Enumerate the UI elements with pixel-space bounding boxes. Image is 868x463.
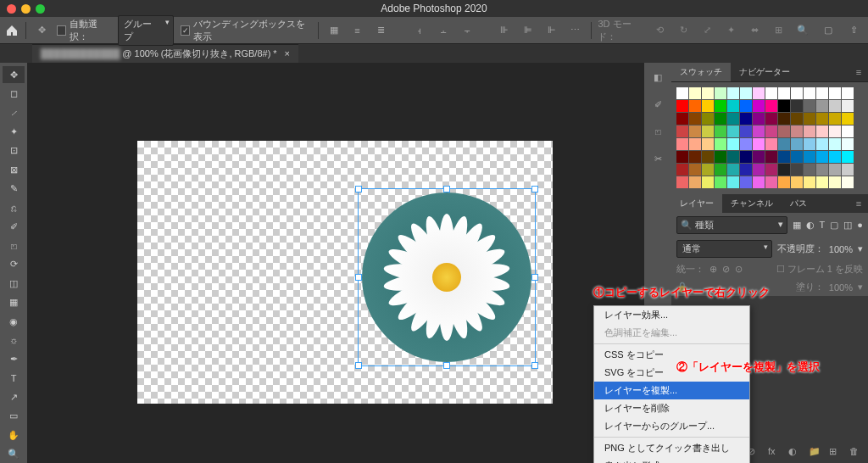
swatch[interactable] [765,138,777,150]
swatch[interactable] [689,87,701,99]
swatch[interactable] [676,126,688,137]
eyedropper-tool-icon[interactable]: ✎ [3,180,25,197]
chevron-down-icon[interactable]: ▾ [858,282,863,293]
swatch[interactable] [715,87,726,99]
opacity-value[interactable]: 100% [829,244,853,254]
layer-filter-dropdown[interactable]: 🔍 種類 ▾ [676,216,787,234]
swatch[interactable] [842,87,854,99]
swatch[interactable] [791,151,803,163]
swatch[interactable] [829,138,841,150]
canvas-area[interactable] [27,63,644,463]
swatch[interactable] [715,164,726,176]
swatch[interactable] [702,151,714,163]
frame-tool-icon[interactable]: ⊠ [3,161,25,178]
swatch[interactable] [689,151,701,163]
swatch[interactable] [727,138,739,150]
new-layer-icon[interactable]: ⊞ [829,446,841,458]
layers-tab[interactable]: レイヤー [671,194,722,213]
swatch[interactable] [778,138,790,150]
scissors-icon[interactable]: ✂ [648,149,667,168]
navigator-tab[interactable]: ナビゲーター [731,63,798,81]
mask-icon[interactable]: ◐ [788,446,800,458]
swatch[interactable] [740,113,752,125]
swatch[interactable] [765,100,777,112]
swatch[interactable] [676,176,688,188]
swatch[interactable] [727,164,739,176]
swatch[interactable] [715,151,726,163]
swatch[interactable] [702,126,714,137]
swatch[interactable] [702,87,714,99]
paths-tab[interactable]: パス [782,194,815,213]
lock-icon[interactable]: ⊕ [709,264,717,275]
shape-tool-icon[interactable]: ▭ [3,408,25,425]
swatch[interactable] [791,164,803,176]
heal-tool-icon[interactable]: ⎌ [3,199,25,216]
swatch[interactable] [804,176,815,188]
swatch[interactable] [816,138,828,150]
search-icon[interactable]: 🔍 [793,21,812,40]
swatch[interactable] [702,164,714,176]
swatch[interactable] [715,138,726,150]
swatch[interactable] [689,100,701,112]
swatch[interactable] [842,126,854,137]
context-menu-item[interactable]: レイヤーからのグループ... [594,417,749,435]
eraser-tool-icon[interactable]: ◫ [3,275,25,292]
swatch[interactable] [753,176,765,188]
swatch[interactable] [727,87,739,99]
distribute-icon[interactable]: ⊫ [520,21,537,40]
panel-menu-icon[interactable]: ≡ [849,194,868,213]
swatch[interactable] [829,151,841,163]
swatch[interactable] [791,100,803,112]
swatch[interactable] [842,176,854,188]
swatch[interactable] [829,87,841,99]
lock-icon[interactable]: ⊙ [735,264,743,275]
align-center-icon[interactable]: ⫠ [435,21,452,40]
close-icon[interactable] [7,4,16,14]
swatch[interactable] [676,87,688,99]
distribute-icon[interactable]: ⊩ [543,21,560,40]
swatch[interactable] [765,151,777,163]
swatch[interactable] [804,113,815,125]
swatch[interactable] [727,113,739,125]
channels-tab[interactable]: チャンネル [722,194,782,213]
swatch[interactable] [804,164,815,176]
swatch[interactable] [842,164,854,176]
workspace-icon[interactable]: ▢ [819,21,837,40]
distribute-icon[interactable]: ⊪ [496,21,513,40]
swatch[interactable] [791,176,803,188]
swatch[interactable] [740,138,752,150]
filter-toggle-icon[interactable]: ● [857,220,863,231]
swatch[interactable] [842,151,854,163]
minimize-icon[interactable] [21,4,31,14]
history-brush-icon[interactable]: ⟳ [3,256,25,273]
swatch[interactable] [804,151,815,163]
swatch[interactable] [689,164,701,176]
swatch[interactable] [702,113,714,125]
swatch[interactable] [842,138,854,150]
swatch[interactable] [740,176,752,188]
swatch[interactable] [829,176,841,188]
swatch[interactable] [740,151,752,163]
swatch[interactable] [702,138,714,150]
swatches-tab[interactable]: スウォッチ [671,63,731,81]
gradient-tool-icon[interactable]: ▦ [3,294,25,311]
maximize-icon[interactable] [36,4,45,14]
swatch[interactable] [727,126,739,137]
swatch[interactable] [829,126,841,137]
swatch[interactable] [753,113,765,125]
bounding-box-checkbox[interactable]: ✓ バウンディングボックスを表示 [181,18,311,43]
swatch[interactable] [689,138,701,150]
chevron-down-icon[interactable]: ▾ [858,243,863,254]
swatch[interactable] [778,87,790,99]
filter-smart-icon[interactable]: ◫ [843,220,852,231]
swatch[interactable] [778,126,790,137]
swatch[interactable] [740,100,752,112]
context-menu-item[interactable]: 書き出し形式... [594,457,749,463]
move-tool-icon[interactable]: ✥ [33,21,50,40]
blur-tool-icon[interactable]: ◉ [3,313,25,330]
align-edge-icon[interactable]: ⫟ [459,21,476,40]
align-icon[interactable]: ≡ [349,21,366,40]
swatch[interactable] [676,100,688,112]
color-panel-icon[interactable]: ◧ [648,68,667,86]
swatch[interactable] [765,164,777,176]
